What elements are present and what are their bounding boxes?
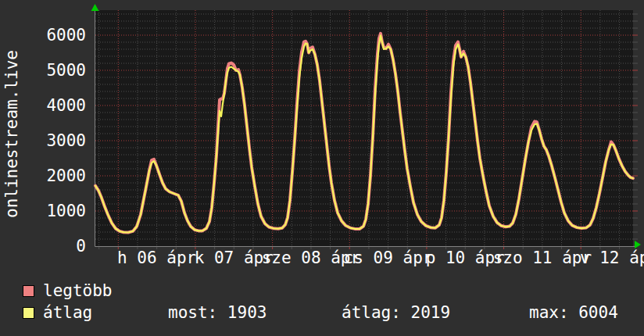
legend-row-avg: átlag [23, 304, 92, 321]
plot-area [95, 10, 633, 246]
y-axis-label: 2000 [0, 167, 86, 184]
y-axis-label: 5000 [0, 62, 86, 79]
legend-label-legtobb: legtöbb [43, 281, 113, 300]
rrd-graph-page: { "chart_data": { "type": "line", "title… [0, 0, 644, 336]
stat-most: most: 1903 [168, 304, 267, 321]
y-axis-label: 0 [0, 238, 86, 255]
y-axis-label: 4000 [0, 97, 86, 114]
legend-swatch-atlag [23, 307, 34, 319]
legend-label-atlag: átlag [43, 303, 92, 322]
y-axis-label: 1000 [0, 202, 86, 220]
legend-swatch-legtobb [23, 285, 34, 297]
y-axis-label: 6000 [0, 27, 86, 44]
y-axis-label: 3000 [0, 132, 86, 149]
stat-max: max: 6004 [529, 304, 618, 321]
x-axis-label: v 12 ápr [557, 249, 644, 266]
legend-row-max: legtöbb [23, 282, 113, 299]
stat-atlag: átlag: 2019 [342, 304, 450, 321]
